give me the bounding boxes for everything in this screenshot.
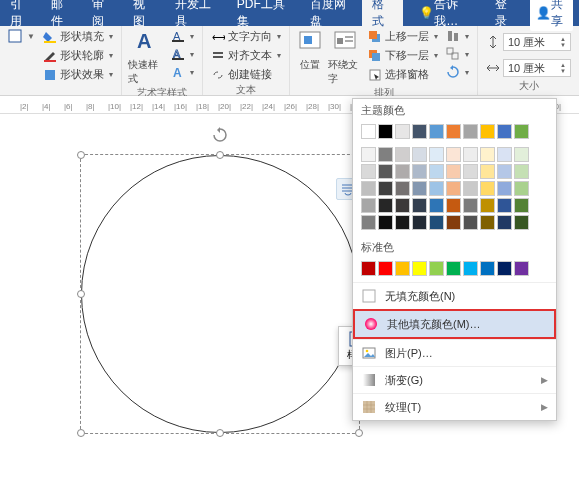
align-button[interactable]: ▾ [444,28,471,44]
color-swatch[interactable] [361,215,376,230]
color-swatch[interactable] [429,181,444,196]
color-swatch[interactable] [446,124,461,139]
shape-selection-box[interactable] [80,154,360,434]
gradient-fill-item[interactable]: 渐变(G) ▶ [353,366,556,393]
color-swatch[interactable] [480,261,495,276]
wrap-text-icon[interactable] [331,28,359,56]
color-swatch[interactable] [361,261,376,276]
color-swatch[interactable] [378,198,393,213]
color-swatch[interactable] [446,215,461,230]
texture-fill-item[interactable]: 纹理(T) ▶ [353,393,556,420]
tab-format[interactable]: 格式 [362,0,403,26]
align-text-button[interactable]: 对齐文本▾ [209,47,283,64]
color-swatch[interactable] [463,215,478,230]
shape-effects-button[interactable]: 形状效果 ▾ [41,66,115,83]
send-backward-button[interactable]: 下移一层▾ [366,47,440,64]
text-effects-button[interactable]: A▾ [169,64,196,80]
color-swatch[interactable] [480,215,495,230]
picture-fill-item[interactable]: 图片(P)… [353,339,556,366]
color-swatch[interactable] [463,124,478,139]
color-swatch[interactable] [480,124,495,139]
color-swatch[interactable] [412,147,427,162]
group-button[interactable]: ▾ [444,46,471,62]
color-swatch[interactable] [514,164,529,179]
resize-handle-lc[interactable] [77,290,85,298]
color-swatch[interactable] [497,215,512,230]
color-swatch[interactable] [429,147,444,162]
color-swatch[interactable] [480,147,495,162]
text-outline-button[interactable]: A▾ [169,46,196,62]
color-swatch[interactable] [361,164,376,179]
text-fill-button[interactable]: A▾ [169,28,196,44]
color-swatch[interactable] [514,215,529,230]
tab-pdf-tools[interactable]: PDF工具集 [227,0,300,26]
color-swatch[interactable] [412,261,427,276]
tab-baidu-disk[interactable]: 百度网盘 [300,0,362,26]
color-swatch[interactable] [514,261,529,276]
color-swatch[interactable] [395,198,410,213]
color-swatch[interactable] [378,215,393,230]
color-swatch[interactable] [446,261,461,276]
shape-outline-button[interactable]: 形状轮廓 ▾ [41,47,115,64]
create-link-button[interactable]: 创建链接 [209,66,283,83]
spin-buttons[interactable]: ▲▼ [560,62,566,74]
bring-forward-button[interactable]: 上移一层▾ [366,28,440,45]
resize-handle-br[interactable] [355,429,363,437]
rotate-handle[interactable] [212,127,228,147]
color-swatch[interactable] [429,198,444,213]
color-swatch[interactable] [378,147,393,162]
resize-handle-bc[interactable] [216,429,224,437]
rotate-button[interactable]: ▾ [444,64,471,80]
color-swatch[interactable] [497,124,512,139]
quick-styles-icon[interactable]: A [133,28,161,56]
color-swatch[interactable] [463,198,478,213]
color-swatch[interactable] [361,147,376,162]
circle-shape[interactable] [81,155,359,433]
no-fill-item[interactable]: 无填充颜色(N) [353,282,556,309]
color-swatch[interactable] [395,181,410,196]
position-icon[interactable] [296,28,324,56]
color-swatch[interactable] [463,261,478,276]
width-input[interactable]: 10 厘米▲▼ [503,59,571,77]
color-swatch[interactable] [446,198,461,213]
color-swatch[interactable] [378,164,393,179]
color-swatch[interactable] [378,261,393,276]
tab-mailings[interactable]: 邮件 [41,0,82,26]
resize-handle-tc[interactable] [216,151,224,159]
color-swatch[interactable] [514,198,529,213]
color-swatch[interactable] [412,124,427,139]
color-swatch[interactable] [514,147,529,162]
color-swatch[interactable] [395,261,410,276]
color-swatch[interactable] [497,164,512,179]
color-swatch[interactable] [497,181,512,196]
tab-review[interactable]: 审阅 [82,0,123,26]
color-swatch[interactable] [395,215,410,230]
selection-pane-button[interactable]: 选择窗格 [366,66,440,83]
color-swatch[interactable] [361,198,376,213]
tab-view[interactable]: 视图 [123,0,164,26]
tab-developer[interactable]: 开发工具 [165,0,227,26]
color-swatch[interactable] [429,124,444,139]
shape-style-preview[interactable]: ▼ [6,28,37,44]
color-swatch[interactable] [361,124,376,139]
color-swatch[interactable] [395,147,410,162]
color-swatch[interactable] [463,147,478,162]
color-swatch[interactable] [446,147,461,162]
color-swatch[interactable] [429,261,444,276]
color-swatch[interactable] [480,164,495,179]
color-swatch[interactable] [514,124,529,139]
color-swatch[interactable] [395,124,410,139]
shape-fill-button[interactable]: 形状填充 ▾ [41,28,115,45]
color-swatch[interactable] [378,124,393,139]
color-swatch[interactable] [446,181,461,196]
color-swatch[interactable] [429,215,444,230]
color-swatch[interactable] [463,164,478,179]
tell-me-search[interactable]: 💡 告诉我… [409,0,485,26]
tab-references[interactable]: 引用 [0,0,41,26]
text-direction-button[interactable]: ⟷A文字方向▾ [209,28,283,45]
color-swatch[interactable] [412,198,427,213]
color-swatch[interactable] [497,261,512,276]
color-swatch[interactable] [463,181,478,196]
color-swatch[interactable] [446,164,461,179]
color-swatch[interactable] [480,198,495,213]
